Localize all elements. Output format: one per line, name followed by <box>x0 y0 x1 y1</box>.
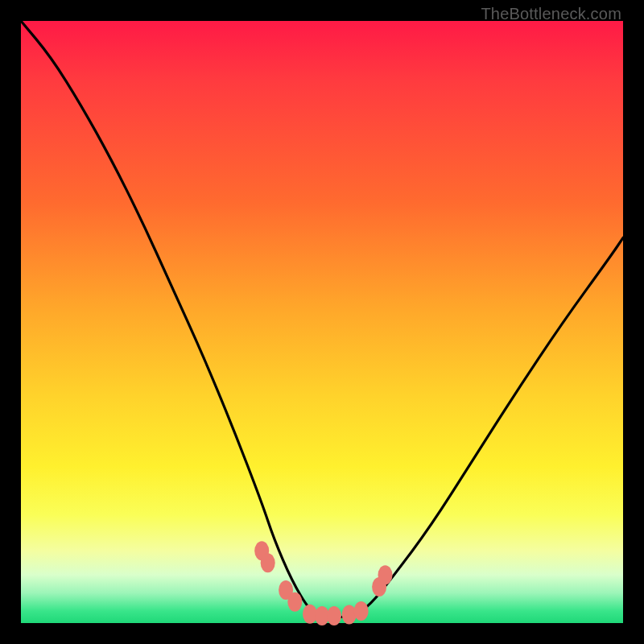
marker-dot <box>327 606 341 625</box>
marker-dot <box>342 605 357 625</box>
marker-dot <box>261 553 275 572</box>
chart-frame: TheBottleneck.com <box>0 0 644 644</box>
plot-area <box>21 21 623 623</box>
curve-layer <box>21 21 623 623</box>
marker-dot <box>378 565 393 584</box>
watermark-text: TheBottleneck.com <box>481 5 621 23</box>
marker-dot <box>354 601 369 621</box>
bottleneck-curve <box>21 21 623 617</box>
marker-group <box>254 541 392 625</box>
marker-dot <box>287 592 302 612</box>
